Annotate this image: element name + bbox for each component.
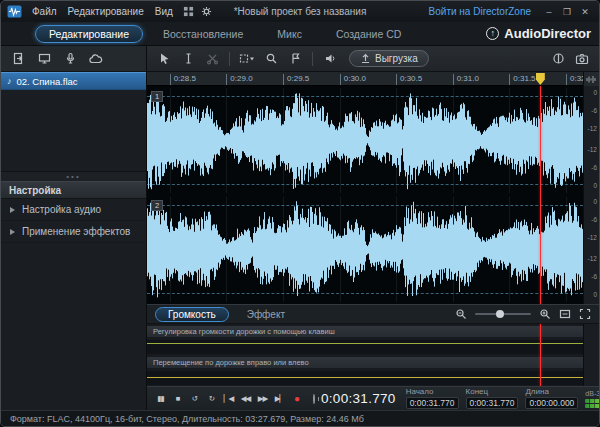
transport-stop-button[interactable]: ■: [171, 391, 184, 406]
volume-lane-header: Регулировка громкости дорожки с помощью …: [147, 326, 583, 337]
zoom-controls: [455, 308, 591, 320]
zoom-in-icon[interactable]: [539, 308, 551, 320]
tab-volume[interactable]: Громкость: [155, 307, 229, 322]
marker-icon[interactable]: [286, 50, 304, 67]
module-tabbar: Редактирование Восстановление Микс Созда…: [1, 22, 599, 46]
zoom-slider[interactable]: [475, 313, 531, 315]
directorzone-link[interactable]: Войти на DirectorZone: [429, 6, 531, 17]
selection-options-icon[interactable]: [238, 50, 256, 67]
end-value[interactable]: 0:00:31.770: [466, 397, 519, 409]
export-button[interactable]: Выгрузка: [349, 50, 429, 67]
record-audio-icon[interactable]: [60, 50, 80, 67]
length-value[interactable]: 0:00:00.000: [525, 397, 578, 409]
channel-1[interactable]: 1: [147, 88, 583, 193]
menu-view[interactable]: Вид: [154, 6, 174, 17]
tab-edit[interactable]: Редактирование: [35, 25, 143, 43]
menu-edit[interactable]: Редактирование: [67, 6, 145, 17]
db-scale-ch2: 0-6-12-12-60: [584, 197, 599, 302]
playhead-line[interactable]: [540, 86, 541, 304]
brand-arrow-icon: ↑: [486, 27, 499, 40]
meter-db-label: dB: [585, 390, 594, 398]
waveform-region: 1 2 0-6-12-12-60 0-6-12-12-60: [147, 86, 599, 304]
settings-item-effects[interactable]: Применение эффектов: [1, 221, 146, 243]
meter-bar-right: [585, 404, 600, 408]
pan-envelope-line[interactable]: [147, 377, 583, 378]
extract-audio-icon[interactable]: [34, 50, 54, 67]
ruler-tick: 0:29.0: [226, 74, 252, 85]
chevron-right-icon: [10, 207, 15, 213]
playhead-marker[interactable]: [536, 73, 545, 85]
volume-lane-area[interactable]: [147, 340, 583, 354]
transport-loop-back-button[interactable]: ↺: [188, 391, 201, 406]
zoom-fit-icon[interactable]: [559, 308, 571, 320]
zoom-out-icon[interactable]: [455, 308, 467, 320]
transport-forward-button[interactable]: ▶▶: [256, 391, 269, 406]
settings-gear-icon[interactable]: [201, 6, 212, 17]
brand-name: AudioDirector: [504, 26, 591, 41]
minimize-button[interactable]: –: [541, 5, 557, 19]
db-scale-ch1: 0-6-12-12-60: [584, 88, 599, 193]
expand-panel-icon[interactable]: [579, 308, 591, 320]
speaker-icon[interactable]: [321, 50, 339, 67]
transport-rewind-button[interactable]: ◀◀: [239, 391, 252, 406]
upload-icon: [360, 53, 371, 64]
library-toolbar: [1, 46, 146, 72]
automation-lanes: Регулировка громкости дорожки с помощью …: [147, 324, 599, 386]
snapshot-icon[interactable]: [573, 50, 591, 67]
settings-item-audio[interactable]: Настройка аудио: [1, 199, 146, 221]
time-selection-icon[interactable]: [179, 50, 197, 67]
settings-item-label: Настройка аудио: [22, 204, 101, 215]
timeline-ruler[interactable]: 0:28.50:29.00:29.50:30.00:30.50:31.00:31…: [147, 72, 583, 86]
level-guide-line: [147, 205, 583, 206]
tab-create-cd[interactable]: Создание CD: [322, 25, 415, 43]
scissors-icon[interactable]: [203, 50, 221, 67]
start-value[interactable]: 0:00:31.770: [406, 397, 459, 409]
editor-area: Выгрузка 0:28.50:29.00:29.50:30.00:30.50…: [147, 46, 599, 410]
file-item-selected[interactable]: ♪ 02. Спина.flac: [1, 72, 146, 90]
panel-splitter-handle[interactable]: •••: [1, 172, 146, 181]
transport-next-button[interactable]: ▶▏: [273, 391, 286, 406]
pointer-tool-icon[interactable]: [155, 50, 173, 67]
transport-record-button[interactable]: ●: [290, 391, 303, 406]
ruler-tick: 0:32.0: [566, 74, 583, 85]
ruler-row: 0:28.50:29.00:29.50:30.00:30.50:31.00:31…: [147, 72, 599, 86]
volume-envelope-line[interactable]: [147, 343, 583, 344]
directorzone-cloud-icon[interactable]: [86, 50, 106, 67]
ab-compare-icon[interactable]: [549, 50, 567, 67]
playhead-line[interactable]: [540, 324, 541, 386]
transport-pause-button[interactable]: ▮▮: [154, 391, 167, 406]
start-field: Начало 0:00:31.770: [406, 388, 459, 409]
tab-effect[interactable]: Эффект: [234, 307, 298, 322]
project-title: *Новый проект без названия: [234, 6, 367, 17]
pan-lane-area[interactable]: [147, 371, 583, 385]
tab-mix[interactable]: Микс: [263, 25, 316, 43]
channel-1-badge: 1: [151, 91, 163, 102]
magnify-tool-icon[interactable]: [262, 50, 280, 67]
db-scale-column: 0-6-12-12-60 0-6-12-12-60: [583, 86, 599, 304]
waveform-channel-2[interactable]: [147, 197, 583, 302]
end-label: Конец: [466, 388, 519, 396]
transport-prev-button[interactable]: ▏◀: [222, 391, 235, 406]
import-media-icon[interactable]: [8, 50, 28, 67]
time-icon: [313, 394, 315, 404]
channel-2-badge: 2: [151, 200, 163, 211]
media-file-list[interactable]: ♪ 02. Спина.flac: [1, 72, 146, 172]
tab-restore[interactable]: Восстановление: [149, 25, 257, 43]
file-format-info: Формат: FLAC, 44100Гц, 16-бит, Стерео, Д…: [10, 414, 364, 424]
zoom-slider-knob[interactable]: [496, 310, 504, 318]
layout-grid-icon[interactable]: [183, 6, 194, 17]
transport-loop-button[interactable]: ↻: [205, 391, 218, 406]
lane-scale-column: [583, 324, 599, 386]
maximize-button[interactable]: ❐: [559, 5, 575, 19]
current-time-display: 0:00:31.770: [321, 391, 396, 406]
ruler-tick: 0:31.5: [509, 74, 535, 85]
length-field: Длина 0:00:00.000: [525, 388, 578, 409]
close-button[interactable]: ✕: [577, 5, 593, 19]
sidebar: ♪ 02. Спина.flac ••• Настройка Настройка…: [1, 46, 147, 410]
waveform-view-icon[interactable]: [583, 72, 599, 86]
waveform-channel-1[interactable]: [147, 88, 583, 193]
toolbar-divider: [229, 52, 230, 66]
waveform-canvas-area[interactable]: 1 2: [147, 86, 583, 304]
menu-file[interactable]: Файл: [31, 6, 58, 17]
channel-2[interactable]: 2: [147, 197, 583, 302]
